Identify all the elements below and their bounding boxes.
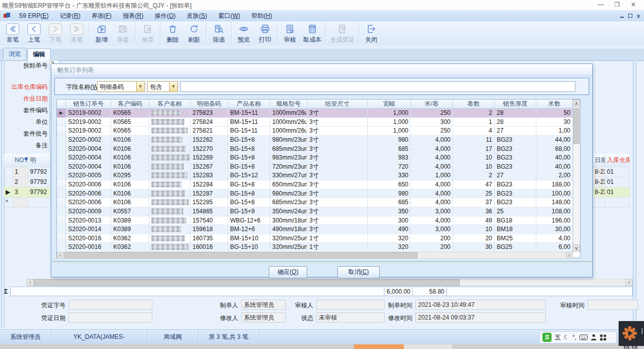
grid-row-selector[interactable] xyxy=(57,198,66,207)
mdi-minimize-icon[interactable] xyxy=(620,14,624,18)
toolbar-button-nav-prev[interactable]: 上笔 xyxy=(23,21,45,44)
moon-icon[interactable]: ☾ xyxy=(564,333,569,342)
keyboard-icon[interactable] xyxy=(579,333,588,342)
toolbar-button-filter[interactable]: 筛选 xyxy=(208,21,230,44)
person-icon[interactable] xyxy=(591,333,597,342)
grid-row[interactable]: S2020-0006K0106152285BG-15+8685mm/23um..… xyxy=(57,198,573,207)
window-minimize-icon[interactable]: — xyxy=(596,1,605,8)
toolbar-button-audit[interactable]: 审核 xyxy=(279,21,301,44)
main-hscrollbar-right-icon[interactable]: › xyxy=(625,279,633,286)
toolbar-button-print[interactable]: 打印 xyxy=(254,21,276,44)
grid-row-selector[interactable] xyxy=(57,225,66,234)
chevron-down-icon[interactable]: ▼ xyxy=(136,82,144,91)
menu-item-6[interactable]: 窗口(W) xyxy=(213,10,246,22)
menu-item-2[interactable]: 界面(F) xyxy=(86,10,117,22)
grid-row-selector[interactable] xyxy=(57,153,66,163)
sogou-logo[interactable]: S xyxy=(542,333,552,342)
grid-header-10[interactable]: 卷数 xyxy=(453,100,495,109)
grid-header-6[interactable]: 规格型号 xyxy=(270,100,307,109)
toolbar-button-new-doc[interactable]: 新增 xyxy=(91,21,112,44)
toolbar-button-cost[interactable]: 取成本 xyxy=(301,21,324,44)
punctuation-icon[interactable]: °, xyxy=(572,333,576,342)
grid-hscroll-right-icon[interactable]: › xyxy=(566,252,573,259)
grid-row[interactable]: S2020-0006K0106152284BG-15+8650mm/23um..… xyxy=(57,180,573,189)
grid-header-11[interactable]: 销售厚度 xyxy=(495,100,536,109)
overlay-menu-dots-icon[interactable]: ••• xyxy=(641,328,643,334)
grid-row-selector[interactable] xyxy=(57,136,66,145)
grid-header-1[interactable]: 销售订单号 xyxy=(66,100,111,109)
main-hscrollbar-thumb[interactable] xyxy=(34,279,460,286)
grid-hscroll-left-icon[interactable]: ‹ xyxy=(57,252,64,259)
filter-field-select[interactable]: 明细条码 ▼ xyxy=(97,81,145,92)
taskbar-active-button[interactable] xyxy=(354,344,404,349)
grid-row[interactable]: S2019-0002K0565275821BG-15+111000mm/26u.… xyxy=(57,126,573,136)
toolbar-button-preview[interactable]: 预览 xyxy=(233,21,254,44)
grid-row-selector[interactable] xyxy=(57,145,66,154)
grid-row-selector[interactable] xyxy=(57,207,66,216)
menu-item-4[interactable]: 操作(O) xyxy=(149,10,181,22)
grid-row[interactable]: S2020-0002K0106152262BG-15+8980mm/23um..… xyxy=(57,136,573,145)
grid-row-selector[interactable] xyxy=(57,171,66,180)
screen-recorder-overlay[interactable]: ••• xyxy=(619,321,644,346)
grid-vscroll-down-icon[interactable]: ∨ xyxy=(573,244,580,252)
main-hscrollbar-left-icon[interactable]: ‹ xyxy=(26,279,34,286)
grid-row-selector[interactable] xyxy=(57,118,66,127)
grid-header-0[interactable] xyxy=(57,100,66,109)
toolbar-button-refresh[interactable]: 刷新 xyxy=(183,21,205,44)
toolbox-icon[interactable] xyxy=(600,333,606,342)
grid-header-3[interactable]: 客户名称 xyxy=(149,100,190,109)
grid-row[interactable]: S2020-0016K0362160016BG-15+10320mm/25um.… xyxy=(57,243,573,252)
toolbar-button-nav-first[interactable]: 首笔 xyxy=(2,21,23,44)
tab-edit[interactable]: 编辑 xyxy=(27,48,51,61)
grid-vscroll-up-icon[interactable]: ∧ xyxy=(573,100,580,107)
mdi-restore-icon[interactable] xyxy=(628,14,632,18)
filter-operator-select[interactable]: 包含 ▼ xyxy=(147,81,178,92)
toolbar-button-trash[interactable]: 删除 xyxy=(162,21,183,44)
cancel-button[interactable]: 取消(C) xyxy=(337,266,380,278)
filter-search-input[interactable] xyxy=(180,81,575,92)
menu-item-1[interactable]: 记录(R) xyxy=(54,10,86,22)
grid-row-selector[interactable] xyxy=(57,126,66,136)
grid-header-9[interactable]: 米/卷 xyxy=(411,100,453,109)
window-restore-icon[interactable]: ❐ xyxy=(613,1,622,8)
menu-item-5[interactable]: 皮肤(S) xyxy=(181,10,213,22)
grid-row[interactable]: ▶S2019-0002K0565275823BM-15+111000mm/26u… xyxy=(57,109,573,118)
tab-browse[interactable]: 浏览 xyxy=(3,48,26,60)
grid-row[interactable]: S2020-0004K0106152270BG-15+8685mm/23um..… xyxy=(57,145,573,154)
menu-item-0[interactable]: S9 ERP(E) xyxy=(13,11,54,21)
grid-row-selector[interactable] xyxy=(57,234,66,243)
menu-item-3[interactable]: 报表(R) xyxy=(117,10,149,22)
chevron-down-icon[interactable]: ▼ xyxy=(169,82,177,91)
grid-header-12[interactable]: 米数 xyxy=(536,100,573,109)
wubi-mode[interactable]: 五 xyxy=(555,333,561,342)
grid-row[interactable]: S2020-0013K0389157540WBG-12+6300mm/18um.… xyxy=(57,216,573,226)
grid-header-5[interactable]: 产品名称 xyxy=(228,100,270,109)
grid-hscrollbar-thumb[interactable] xyxy=(65,252,417,259)
grid-row[interactable]: S2019-0002K0565275824BM-15+111000mm/26u.… xyxy=(57,118,573,127)
grid-header-8[interactable]: 宽幅 xyxy=(368,100,411,109)
menu-item-7[interactable]: 帮助(H) xyxy=(246,10,278,22)
grid-row-selector[interactable] xyxy=(57,243,66,252)
grid-row[interactable]: S2020-0006K0106152287BG-15+8980mm/23um..… xyxy=(57,189,573,199)
grid-header-7[interactable]: 纸管尺寸 xyxy=(307,100,368,109)
window-close-icon[interactable]: ✕ xyxy=(629,1,638,8)
grid-row[interactable]: S2020-0016K0362160735BM-15+10320mm/25um.… xyxy=(57,234,573,243)
dialog-close-icon[interactable]: x xyxy=(57,66,588,73)
toolbar-button-exit[interactable]: 关闭 xyxy=(361,21,382,44)
grid-row[interactable]: S2020-0004K0106152267BG-15+8720mm/23um..… xyxy=(57,163,573,172)
grid-row-selector[interactable] xyxy=(57,163,66,172)
grid-header-2[interactable]: 客户编码 xyxy=(111,100,149,109)
grid-row-selector[interactable] xyxy=(57,216,66,226)
grid-row-selector[interactable]: ▶ xyxy=(57,109,66,118)
grid-vscrollbar-thumb[interactable] xyxy=(573,108,579,144)
taskbar-button[interactable] xyxy=(404,344,452,349)
grid-header-4[interactable]: 明细条码 xyxy=(190,100,228,109)
grid-row-selector[interactable] xyxy=(57,189,66,199)
ok-button[interactable]: 确定(Q) xyxy=(269,266,307,278)
grid-row[interactable]: S2020-0004K0106152269BG-15+8983mm/23um..… xyxy=(57,153,573,163)
grid-row[interactable]: S2020-0005K0295152283BG-15+12330mm/27um.… xyxy=(57,171,573,180)
grid-row-selector[interactable] xyxy=(57,180,66,189)
grid-row[interactable]: S2020-0009K0557154865BG-15+9350mm/24um..… xyxy=(57,207,573,216)
grid-row[interactable]: S2020-0014K0389159618BM-12+6490mm/18um..… xyxy=(57,225,573,234)
mdi-close-icon[interactable]: x xyxy=(637,13,640,19)
